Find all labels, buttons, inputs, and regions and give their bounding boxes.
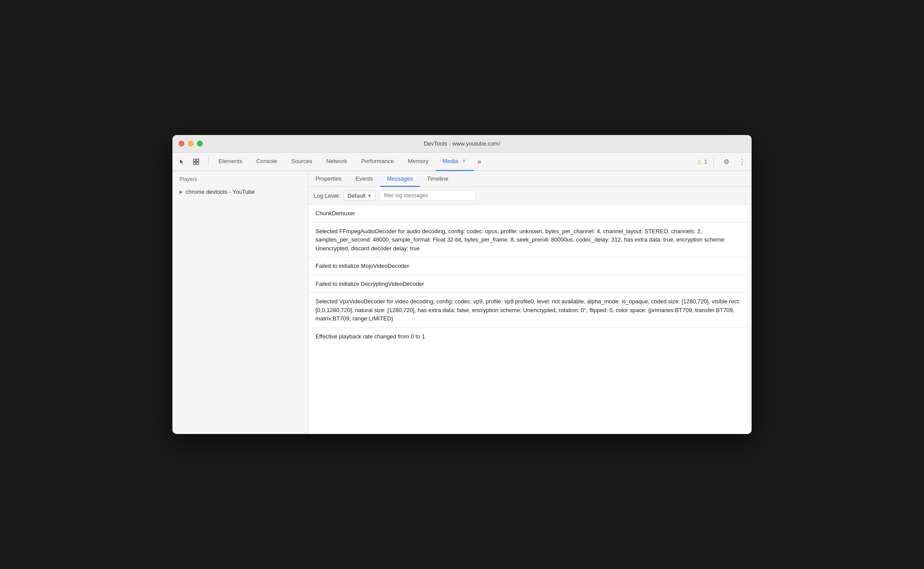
filter-input[interactable] [379,190,476,201]
maximize-button[interactable] [197,141,203,146]
title-bar: DevTools - www.youtube.com/ [172,135,752,153]
window-title: DevTools - www.youtube.com/ [424,140,500,147]
sidebar-item-youtube[interactable]: ▶ chrome devtools - YouTube [172,186,308,198]
tab-elements[interactable]: Elements [211,153,249,171]
traffic-lights [179,141,203,146]
message-text: ChunkDemuxer [315,210,355,217]
main-content: Players ▶ chrome devtools - YouTube Prop… [172,171,752,434]
log-level-select[interactable]: Default ▼ [344,191,376,201]
more-tabs-button[interactable]: » [474,153,485,171]
tab-events[interactable]: Events [348,171,380,187]
toolbar-icons [176,156,202,168]
dropdown-arrow-icon: ▼ [367,193,372,198]
message-text: Selected FFmpegAudioDecoder for audio de… [315,228,726,252]
tab-performance[interactable]: Performance [354,153,401,171]
settings-button[interactable]: ⚙ [720,156,732,168]
tab-console[interactable]: Console [249,153,284,171]
panel-tabs: Properties Events Messages Timeline [308,171,752,187]
sidebar-item-label: chrome devtools - YouTube [186,188,255,195]
tab-timeline[interactable]: Timeline [420,171,455,187]
sidebar-title: Players [172,176,308,186]
message-row: Selected VpxVideoDecoder for video decod… [308,293,752,328]
message-row: Effective playback rate changed from 0 t… [308,328,752,345]
minimize-button[interactable] [188,141,193,146]
tab-media-close[interactable]: ✕ [461,158,467,164]
right-panel: Properties Events Messages Timeline Log … [308,171,752,434]
inspect-icon[interactable] [190,156,202,168]
svg-rect-3 [197,162,199,164]
tab-messages[interactable]: Messages [380,171,420,187]
tab-memory[interactable]: Memory [401,153,436,171]
log-level-value: Default [347,192,365,199]
message-text: Selected VpxVideoDecoder for video decod… [315,298,740,322]
cursor-icon[interactable] [176,156,188,168]
toolbar-right: ⚠ 1 ⚙ ⋮ [697,156,748,168]
toolbar: Elements Console Sources Network Perform… [172,153,752,171]
toolbar-divider [208,157,209,167]
sidebar-arrow-icon: ▶ [179,189,183,194]
message-text: Failed to initialize MojoVideoDecoder [315,263,409,269]
svg-rect-2 [197,159,199,161]
nav-tabs: Elements Console Sources Network Perform… [211,153,697,171]
messages-area: ChunkDemuxer Selected FFmpegAudioDecoder… [308,205,752,434]
right-divider [713,157,714,167]
message-row: Failed to initialize DecryptingVideoDeco… [308,275,752,293]
devtools-window: DevTools - www.youtube.com/ Elements [172,135,752,434]
sidebar: Players ▶ chrome devtools - YouTube [172,171,308,434]
message-row: Selected FFmpegAudioDecoder for audio de… [308,223,752,258]
warning-badge[interactable]: ⚠ 1 [697,158,707,165]
tab-sources[interactable]: Sources [284,153,319,171]
message-text: Failed to initialize DecryptingVideoDeco… [315,281,424,287]
svg-rect-0 [193,159,196,161]
tab-media[interactable]: Media ✕ [436,153,474,171]
message-row: ChunkDemuxer [308,205,752,223]
message-row: Failed to initialize MojoVideoDecoder [308,257,752,275]
message-text: Effective playback rate changed from 0 t… [315,333,425,340]
more-options-button[interactable]: ⋮ [736,156,748,168]
tab-network[interactable]: Network [319,153,355,171]
close-button[interactable] [179,141,184,146]
tab-properties[interactable]: Properties [308,171,348,187]
filter-bar: Log Level: Default ▼ [308,187,752,205]
svg-rect-1 [193,162,196,164]
warning-icon: ⚠ [697,158,702,165]
log-level-label: Log Level: [314,192,340,199]
